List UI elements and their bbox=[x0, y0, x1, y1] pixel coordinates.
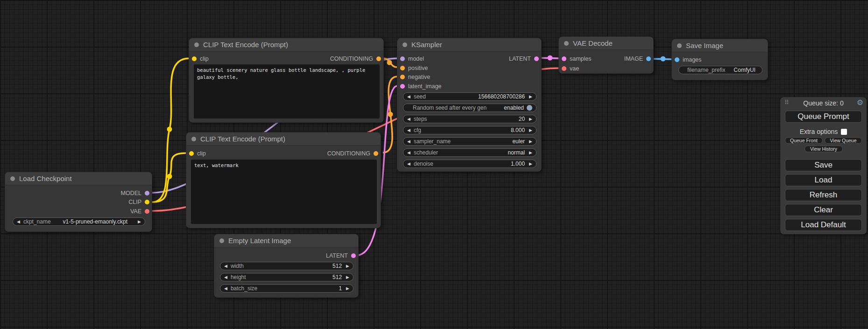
load-button[interactable]: Load bbox=[785, 174, 862, 186]
model-port-icon[interactable] bbox=[145, 191, 149, 196]
latent-port-icon[interactable] bbox=[534, 56, 539, 61]
conditioning-port-icon[interactable] bbox=[400, 66, 405, 70]
image-port-icon[interactable] bbox=[646, 56, 651, 61]
next-arrow-icon[interactable]: ▶ bbox=[529, 128, 532, 133]
view-history-button[interactable]: View History bbox=[804, 146, 843, 152]
latent-port-icon[interactable] bbox=[562, 56, 566, 61]
next-arrow-icon[interactable]: ▶ bbox=[346, 287, 349, 291]
collapse-dot-icon[interactable] bbox=[219, 238, 224, 243]
sampler-name-widget[interactable]: ◀ sampler_name euler ▶ bbox=[403, 137, 536, 146]
next-arrow-icon[interactable]: ▶ bbox=[529, 117, 532, 121]
node-title-bar[interactable]: KSampler bbox=[397, 38, 541, 51]
model-port-icon[interactable] bbox=[400, 56, 405, 61]
latent-port-icon[interactable] bbox=[400, 84, 405, 89]
output-clip[interactable]: CLIP bbox=[128, 198, 149, 206]
prev-arrow-icon[interactable]: ◀ bbox=[407, 128, 410, 133]
input-latent-image[interactable]: latent_image bbox=[400, 82, 442, 91]
prev-arrow-icon[interactable]: ◀ bbox=[407, 151, 410, 155]
next-arrow-icon[interactable]: ▶ bbox=[529, 162, 532, 166]
output-latent[interactable]: LATENT bbox=[326, 252, 356, 260]
collapse-dot-icon[interactable] bbox=[402, 42, 407, 47]
ckpt-name-widget[interactable]: ◀ ckpt_name v1-5-pruned-emaonly.ckpt ▶ bbox=[13, 217, 145, 226]
batch-size-widget[interactable]: ◀ batch_size 1 ▶ bbox=[220, 284, 353, 293]
input-model[interactable]: model bbox=[400, 55, 424, 63]
prev-arrow-icon[interactable]: ◀ bbox=[407, 140, 410, 144]
save-button[interactable]: Save bbox=[785, 159, 862, 171]
conditioning-port-icon[interactable] bbox=[400, 75, 405, 79]
collapse-dot-icon[interactable] bbox=[677, 43, 682, 48]
node-title-bar[interactable]: Empty Latent Image bbox=[214, 234, 358, 247]
node-title-bar[interactable]: CLIP Text Encode (Prompt) bbox=[186, 133, 381, 146]
next-arrow-icon[interactable]: ▶ bbox=[346, 275, 349, 280]
next-arrow-icon[interactable]: ▶ bbox=[529, 95, 532, 99]
next-arrow-icon[interactable]: ▶ bbox=[138, 220, 141, 224]
extra-options-checkbox[interactable] bbox=[841, 129, 847, 135]
next-arrow-icon[interactable]: ▶ bbox=[529, 140, 532, 144]
input-images[interactable]: images bbox=[675, 56, 701, 64]
prompt-textarea[interactable]: text, watermark bbox=[191, 160, 377, 224]
seed-widget[interactable]: ◀ seed 156680208700286 ▶ bbox=[403, 92, 536, 101]
input-positive[interactable]: positive bbox=[400, 64, 428, 72]
input-clip[interactable]: clip bbox=[189, 149, 206, 158]
conditioning-port-icon[interactable] bbox=[374, 151, 378, 156]
node-title-bar[interactable]: VAE Decode bbox=[559, 37, 653, 50]
output-model[interactable]: MODEL bbox=[121, 189, 149, 197]
node-load-checkpoint[interactable]: Load Checkpoint MODEL CLIP VAE ◀ ckpt_na… bbox=[5, 172, 152, 232]
collapse-dot-icon[interactable] bbox=[194, 42, 199, 47]
input-negative[interactable]: negative bbox=[400, 73, 430, 81]
latent-port-icon[interactable] bbox=[351, 253, 356, 258]
node-graph-canvas[interactable]: Load Checkpoint MODEL CLIP VAE ◀ ckpt_na… bbox=[0, 0, 868, 329]
scheduler-widget[interactable]: ◀ scheduler normal ▶ bbox=[403, 148, 536, 157]
denoise-widget[interactable]: ◀ denoise 1.000 ▶ bbox=[403, 160, 536, 168]
node-ksampler[interactable]: KSampler model positive negative latent_… bbox=[397, 38, 542, 172]
vae-port-icon[interactable] bbox=[145, 209, 149, 214]
filename-prefix-widget[interactable]: filename_prefix ComfyUI bbox=[678, 66, 762, 74]
output-image[interactable]: IMAGE bbox=[624, 55, 651, 63]
vae-port-icon[interactable] bbox=[562, 66, 566, 71]
output-vae[interactable]: VAE bbox=[130, 207, 149, 216]
output-conditioning[interactable]: CONDITIONING bbox=[327, 149, 378, 158]
conditioning-port-icon[interactable] bbox=[376, 56, 381, 61]
prev-arrow-icon[interactable]: ◀ bbox=[407, 162, 410, 166]
next-arrow-icon[interactable]: ▶ bbox=[529, 151, 532, 155]
height-widget[interactable]: ◀ height 512 ▶ bbox=[220, 273, 353, 281]
node-title-bar[interactable]: Save Image bbox=[672, 39, 768, 52]
output-conditioning[interactable]: CONDITIONING bbox=[330, 55, 381, 63]
output-latent[interactable]: LATENT bbox=[509, 55, 539, 63]
queue-front-button[interactable]: Queue Front bbox=[785, 137, 823, 144]
image-port-icon[interactable] bbox=[675, 57, 679, 62]
steps-widget[interactable]: ◀ steps 20 ▶ bbox=[403, 115, 536, 123]
node-save-image[interactable]: Save Image images filename_prefix ComfyU… bbox=[671, 39, 768, 80]
collapse-dot-icon[interactable] bbox=[191, 137, 196, 141]
clear-button[interactable]: Clear bbox=[785, 204, 862, 216]
clip-port-icon[interactable] bbox=[145, 200, 149, 204]
load-default-button[interactable]: Load Default bbox=[785, 219, 862, 231]
prompt-textarea[interactable]: beautiful scenery nature glass bottle la… bbox=[194, 64, 380, 119]
node-empty-latent-image[interactable]: Empty Latent Image LATENT ◀ width 512 ▶ … bbox=[214, 234, 359, 298]
gear-icon[interactable]: ⚙ bbox=[857, 98, 863, 107]
prev-arrow-icon[interactable]: ◀ bbox=[224, 264, 227, 268]
prev-arrow-icon[interactable]: ◀ bbox=[224, 287, 227, 291]
clip-port-icon[interactable] bbox=[189, 151, 194, 156]
node-title-bar[interactable]: Load Checkpoint bbox=[5, 172, 152, 185]
input-vae[interactable]: vae bbox=[562, 64, 579, 73]
view-queue-button[interactable]: View Queue bbox=[825, 137, 862, 144]
prev-arrow-icon[interactable]: ◀ bbox=[224, 275, 227, 280]
cfg-widget[interactable]: ◀ cfg 8.000 ▶ bbox=[403, 126, 536, 134]
next-arrow-icon[interactable]: ▶ bbox=[346, 264, 349, 268]
refresh-button[interactable]: Refresh bbox=[785, 189, 862, 201]
prev-arrow-icon[interactable]: ◀ bbox=[17, 220, 20, 224]
collapse-dot-icon[interactable] bbox=[10, 176, 15, 181]
node-clip-text-encode-positive[interactable]: CLIP Text Encode (Prompt) clip CONDITION… bbox=[189, 38, 384, 123]
toggle-on-icon[interactable] bbox=[527, 105, 532, 111]
random-seed-toggle[interactable]: Random seed after every gen enabled bbox=[403, 104, 536, 112]
node-clip-text-encode-negative[interactable]: CLIP Text Encode (Prompt) clip CONDITION… bbox=[186, 132, 381, 228]
node-vae-decode[interactable]: VAE Decode samples vae IMAGE bbox=[558, 36, 654, 74]
input-clip[interactable]: clip bbox=[192, 55, 209, 63]
width-widget[interactable]: ◀ width 512 ▶ bbox=[220, 262, 353, 270]
collapse-dot-icon[interactable] bbox=[564, 41, 569, 46]
clip-port-icon[interactable] bbox=[192, 56, 197, 61]
prev-arrow-icon[interactable]: ◀ bbox=[407, 95, 410, 99]
prev-arrow-icon[interactable]: ◀ bbox=[407, 117, 410, 121]
node-title-bar[interactable]: CLIP Text Encode (Prompt) bbox=[189, 38, 383, 51]
